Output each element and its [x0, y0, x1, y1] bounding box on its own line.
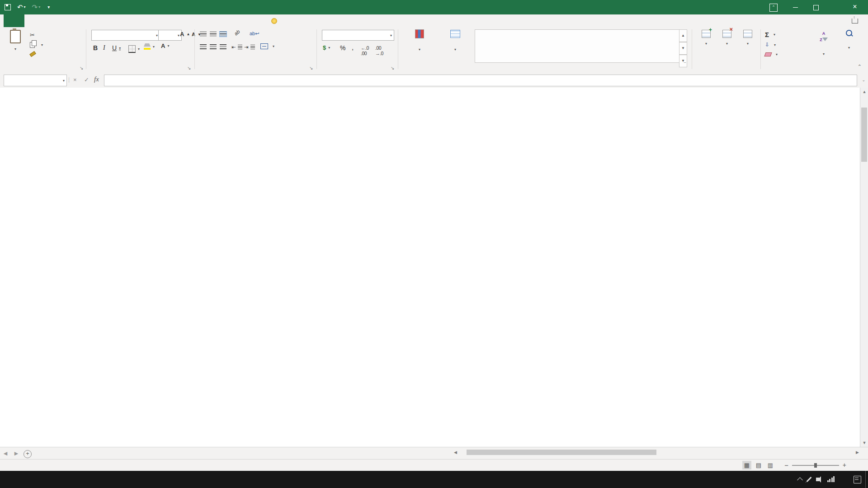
- cut-button[interactable]: ✂: [30, 32, 37, 38]
- sign-in-button[interactable]: [742, 0, 759, 14]
- font-color-button[interactable]: A▾: [161, 43, 169, 48]
- bold-button[interactable]: B: [93, 44, 98, 52]
- clipboard-dialog-launcher-icon[interactable]: ↘: [80, 66, 83, 70]
- zoom-out-icon[interactable]: −: [784, 460, 788, 471]
- alignment-dialog-launcher-icon[interactable]: ↘: [309, 66, 313, 70]
- decrease-indent-button[interactable]: ⇤: [231, 44, 242, 50]
- clear-button[interactable]: ▾: [765, 52, 778, 56]
- align-center-button[interactable]: [210, 44, 217, 49]
- scroll-left-icon[interactable]: ◀: [454, 450, 457, 455]
- volume-icon[interactable]: [813, 471, 824, 488]
- merge-center-button[interactable]: ▾: [260, 43, 274, 49]
- pen-icon[interactable]: [805, 471, 813, 488]
- new-sheet-button[interactable]: +: [22, 447, 33, 460]
- format-painter-button[interactable]: [30, 52, 38, 56]
- view-shortcuts: ▦ ▤ ▥: [742, 461, 775, 469]
- page-break-view-icon[interactable]: ▥: [766, 461, 775, 469]
- align-right-button[interactable]: [220, 44, 226, 49]
- status-bar: ▦ ▤ ▥ − +: [0, 459, 868, 471]
- formula-input[interactable]: [104, 75, 857, 86]
- percent-icon: %: [340, 44, 345, 52]
- restore-button[interactable]: [806, 0, 826, 14]
- vertical-scroll-thumb[interactable]: [861, 108, 867, 162]
- vertical-scrollbar[interactable]: ▲ ▼: [860, 88, 868, 447]
- font-dialog-launcher-icon[interactable]: ↘: [187, 66, 191, 70]
- accounting-format-button[interactable]: $▾: [323, 44, 330, 51]
- underline-button[interactable]: U▾: [112, 44, 121, 52]
- align-top-icon: [200, 32, 207, 37]
- page-layout-view-icon[interactable]: ▤: [754, 461, 763, 469]
- language-indicator[interactable]: [838, 471, 844, 488]
- italic-button[interactable]: I: [103, 44, 105, 52]
- cancel-icon[interactable]: ×: [73, 76, 77, 83]
- autosum-button[interactable]: Σ ▾: [765, 31, 775, 38]
- fill-color-button[interactable]: ▾: [144, 43, 155, 50]
- sort-filter-button[interactable]: AZ ▾: [812, 30, 835, 57]
- borders-button[interactable]: ▾: [128, 45, 140, 53]
- collapse-ribbon-icon[interactable]: ⌃: [858, 64, 862, 70]
- insert-cells-button[interactable]: ▾: [696, 30, 716, 47]
- wrap-text-button[interactable]: ab↩: [250, 31, 261, 37]
- customize-qat-icon[interactable]: ▾: [47, 0, 50, 14]
- format-cells-button[interactable]: ▾: [738, 30, 758, 47]
- fill-button[interactable]: ⇩ ▾: [765, 42, 776, 48]
- tab-file[interactable]: [4, 14, 24, 27]
- find-select-button[interactable]: ▾: [837, 30, 861, 51]
- percent-style-button[interactable]: %: [340, 44, 345, 52]
- clock[interactable]: [844, 471, 850, 488]
- sheet-nav-right-icon[interactable]: ▶: [11, 447, 22, 460]
- horizontal-scroll-thumb[interactable]: [467, 450, 656, 455]
- orientation-button[interactable]: ab: [233, 28, 241, 36]
- window-title: [0, 0, 868, 14]
- zoom-in-icon[interactable]: +: [843, 460, 846, 471]
- redo-icon[interactable]: ↷▾: [32, 0, 41, 14]
- scroll-right-icon[interactable]: ▶: [856, 450, 859, 455]
- increase-decimal-button[interactable]: ←.0.00: [361, 45, 369, 56]
- increase-indent-button[interactable]: ⇥: [244, 44, 255, 50]
- sheet-nav-left-icon[interactable]: ◀: [0, 447, 11, 460]
- insert-function-icon[interactable]: fx: [94, 75, 99, 83]
- comma-style-button[interactable]: ,: [352, 43, 354, 51]
- normal-view-icon[interactable]: ▦: [742, 461, 751, 469]
- system-tray: [795, 471, 868, 488]
- network-icon[interactable]: [824, 471, 838, 488]
- font-size-combo[interactable]: ▾: [158, 30, 182, 41]
- align-top-button[interactable]: [200, 32, 207, 37]
- gallery-more-icon[interactable]: ▼̲: [679, 55, 687, 67]
- scroll-down-icon[interactable]: ▼: [860, 439, 868, 447]
- enter-icon[interactable]: ✓: [84, 76, 89, 83]
- show-desktop-button[interactable]: [865, 471, 868, 488]
- tell-me-box[interactable]: [271, 14, 280, 27]
- grow-font-button[interactable]: A▲: [180, 31, 190, 38]
- font-name-combo[interactable]: ▾: [91, 30, 160, 41]
- formula-bar-expand-icon[interactable]: ⌄: [862, 78, 865, 82]
- paste-button[interactable]: ▾: [4, 30, 27, 52]
- tray-expand-icon[interactable]: [795, 471, 805, 488]
- delete-cells-button[interactable]: ▾: [717, 30, 737, 47]
- save-icon[interactable]: [5, 4, 11, 10]
- format-as-table-button[interactable]: ▾: [439, 30, 471, 53]
- format-painter-icon: [29, 51, 36, 57]
- share-button[interactable]: [852, 14, 861, 27]
- decrease-decimal-button[interactable]: .00→.0: [375, 45, 383, 56]
- name-box[interactable]: ▾: [4, 75, 67, 86]
- notification-center-icon[interactable]: [850, 471, 864, 488]
- fill-color-icon: [144, 43, 151, 50]
- align-bottom-button[interactable]: [220, 32, 226, 37]
- close-button[interactable]: ×: [842, 0, 868, 14]
- zoom-slider[interactable]: [792, 465, 839, 466]
- copy-button[interactable]: ▾: [30, 42, 43, 48]
- conditional-formatting-button[interactable]: ▾: [401, 30, 438, 53]
- scroll-up-icon[interactable]: ▲: [860, 88, 868, 96]
- align-left-button[interactable]: [200, 44, 207, 49]
- minimize-button[interactable]: [785, 0, 806, 14]
- gallery-down-icon[interactable]: ▼: [679, 42, 687, 55]
- undo-icon[interactable]: ↶▾: [17, 0, 26, 14]
- horizontal-scrollbar[interactable]: ◀ ▶: [453, 449, 860, 455]
- zoom-slider-thumb[interactable]: [814, 463, 817, 468]
- ribbon-display-options-icon[interactable]: ⌃: [769, 4, 778, 12]
- number-format-combo[interactable]: ▾: [322, 30, 394, 41]
- gallery-up-icon[interactable]: ▲: [679, 29, 687, 42]
- number-dialog-launcher-icon[interactable]: ↘: [391, 66, 394, 70]
- align-middle-button[interactable]: [210, 32, 217, 37]
